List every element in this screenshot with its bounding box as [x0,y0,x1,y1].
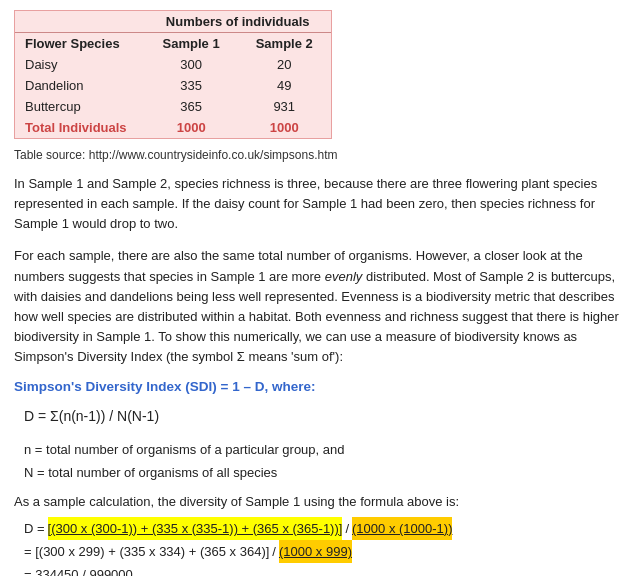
table-row: Buttercup 365 931 [15,96,331,117]
calc-slash-2: / [272,540,276,563]
calc-line-1: D = [(300 x (300-1)) + (335 x (335-1)) +… [24,517,620,540]
col1-header: Flower Species [15,33,145,55]
calc-slash-1: / [345,517,349,540]
calc-denominator-highlight: (1000 x (1000-1)) [352,517,452,540]
species-name: Buttercup [15,96,145,117]
table-row: Daisy 300 20 [15,54,331,75]
total-s2: 1000 [238,117,331,138]
formula-block: D = Σ(n(n-1)) / N(N-1) [14,404,620,429]
col3-header: Sample 2 [238,33,331,55]
data-table: Numbers of individuals Flower Species Sa… [14,10,332,139]
calc-block: D = [(300 x (300-1)) + (335 x (335-1)) +… [24,517,620,576]
notes-block: n = total number of organisms of a parti… [14,439,620,483]
calc-line2-eq: = [(300 x 299) + (335 x 334) + (365 x 36… [24,540,269,563]
calc-numerator-highlight: [(300 x (300-1)) + (335 x (335-1)) + (36… [48,517,343,540]
sample2-value: 49 [238,75,331,96]
sample-calc-intro: As a sample calculation, the diversity o… [14,494,620,509]
note-n: n = total number of organisms of a parti… [24,439,620,461]
sdi-heading-text: Simpson's Diversity Index (SDI) = 1 – D [14,379,264,394]
species-name: Daisy [15,54,145,75]
sdi-heading-suffix: , where: [264,379,315,394]
sample1-value: 365 [145,96,238,117]
calc-line3-eq: = 334450 / 999000 [24,563,133,576]
individuals-group-header: Numbers of individuals [145,11,331,33]
flower-species-col-header [15,11,145,33]
calc-line2-orange: (1000 x 999) [279,540,352,563]
paragraph-1: In Sample 1 and Sample 2, species richne… [14,174,620,234]
sample2-value: 931 [238,96,331,117]
calc-line-2: = [(300 x 299) + (335 x 334) + (365 x 36… [24,540,620,563]
note-N: N = total number of organisms of all spe… [24,462,620,484]
para2-italic: evenly [325,269,363,284]
total-label: Total Individuals [15,117,145,138]
formula-d-line: D = Σ(n(n-1)) / N(N-1) [24,404,620,429]
sample1-value: 335 [145,75,238,96]
table-row: Dandelion 335 49 [15,75,331,96]
sample2-value: 20 [238,54,331,75]
sdi-heading: Simpson's Diversity Index (SDI) = 1 – D,… [14,379,620,394]
table-source: Table source: http://www.countrysideinfo… [14,148,620,162]
total-s1: 1000 [145,117,238,138]
species-name: Dandelion [15,75,145,96]
calc-d-label: D = [24,517,45,540]
calc-line-3: = 334450 / 999000 [24,563,620,576]
sample1-value: 300 [145,54,238,75]
col2-header: Sample 1 [145,33,238,55]
paragraph-2: For each sample, there are also the same… [14,246,620,367]
